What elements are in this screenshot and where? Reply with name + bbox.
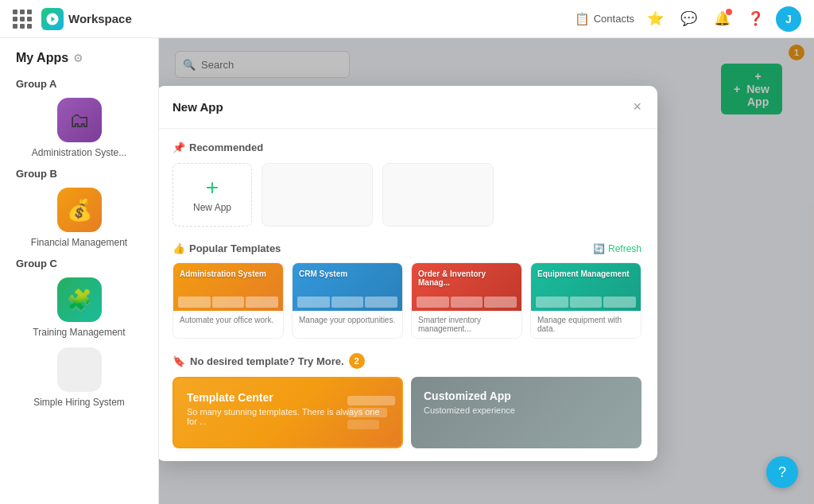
refresh-button[interactable]: 🔄 Refresh [593,243,642,254]
template-footer-equip: Manage equipment with data. [531,311,641,338]
refresh-icon: 🔄 [593,243,605,254]
template-footer-crm: Manage your opportunities. [293,311,402,329]
try-more-section: 🔖 No desired template? Try More. 2 Templ… [172,353,642,448]
topnav-right: 📋 Contacts ⭐ 💬 🔔 ❓ J [575,6,801,32]
templates-grid: Administration System Automate your offi… [172,262,642,339]
template-header-order: Order & Inventory Manag... [412,263,521,311]
template-header-equip: Equipment Management [531,263,641,311]
my-apps-header: My Apps ⚙ [16,51,142,65]
modal-header: New App × [159,86,657,129]
logo[interactable]: Workspace [41,8,132,30]
refresh-label: Refresh [608,243,642,254]
template-center-card[interactable]: Template Center So many stunning templat… [172,377,403,448]
template-name-crm: CRM System [299,269,347,278]
app-icon-training: 🧩 [57,277,102,322]
template-name-order: Order & Inventory Manag... [418,269,515,287]
popular-icon: 👍 [172,242,185,254]
content-area: 🔍 + + New App 1 New App × [159,38,814,504]
main-content: My Apps ⚙ Group A 🗂 Administration Syste… [0,38,814,504]
new-app-card-label: New App [193,202,231,213]
new-app-card[interactable]: + New App [172,163,252,227]
template-desc-order: Smarter inventory management... [418,316,481,333]
try-more-heading: 🔖 No desired template? Try More. 2 [172,353,642,369]
chat-button[interactable]: 💬 [676,6,701,32]
app-icon-hiring [57,347,102,392]
customized-app-title: Customized App [424,390,629,402]
popular-templates-heading: 👍 Popular Templates [172,242,281,254]
recommended-label: Recommended [189,142,263,153]
help-fab[interactable]: ? [766,456,798,488]
group-a-label: Group A [16,78,142,90]
template-header-crm: CRM System [293,263,402,311]
topnav: Workspace 📋 Contacts ⭐ 💬 🔔 ❓ J [0,0,814,38]
template-card-admin[interactable]: Administration System Automate your offi… [172,262,284,339]
try-more-label: No desired template? Try More. [190,355,344,367]
workspace-title: Workspace [68,12,132,25]
app-item-admin[interactable]: 🗂 Administration Syste... [16,98,142,158]
contacts-label: Contacts [594,13,634,25]
contacts-icon: 📋 [575,12,590,26]
recommended-icon: 📌 [172,142,185,153]
template-deco-order [417,297,517,308]
app-label-training: Training Management [33,327,125,338]
group-b-label: Group B [16,168,142,180]
recommended-heading: 📌 Recommended [172,142,642,153]
try-more-icon: 🔖 [172,355,185,367]
template-name-admin: Administration System [180,269,266,278]
recommended-row: + New App [172,163,642,227]
template-footer-order: Smarter inventory management... [412,311,521,338]
app-label-finance: Financial Management [31,237,127,248]
modal-title: New App [172,100,223,114]
logo-icon [41,8,64,30]
modal-overlay: New App × 📌 Recommended + New App [159,38,814,504]
help-button-nav[interactable]: ❓ [742,6,768,32]
notification-dot [726,9,732,15]
recommended-placeholder-1 [262,163,373,227]
my-apps-title: My Apps [16,51,68,65]
template-footer-admin: Automate your office work. [173,311,283,329]
new-app-modal: New App × 📌 Recommended + New App [159,86,657,461]
app-item-finance[interactable]: 💰 Financial Management [16,188,142,248]
template-deco-admin [178,297,278,308]
template-card-crm[interactable]: CRM System Manage your opportunities. [292,262,403,339]
template-desc-admin: Automate your office work. [180,316,273,324]
help-fab-icon: ? [778,464,786,481]
contacts-button[interactable]: 📋 Contacts [575,12,634,26]
template-name-equip: Equipment Management [537,269,630,278]
template-header-admin: Administration System [173,263,283,311]
app-item-training[interactable]: 🧩 Training Management [16,277,142,338]
new-app-card-plus: + [206,176,219,199]
template-deco-equip [536,297,636,308]
popular-label: Popular Templates [189,242,281,254]
template-card-order[interactable]: Order & Inventory Manag... Smarter inven… [411,262,522,339]
app-icon-admin: 🗂 [57,98,102,142]
star-button[interactable]: ⭐ [642,6,668,32]
template-desc-equip: Manage equipment with data. [537,316,622,333]
app-icon-finance: 💰 [57,188,102,232]
left-panel: My Apps ⚙ Group A 🗂 Administration Syste… [0,38,159,504]
template-deco-crm [297,297,397,308]
settings-icon[interactable]: ⚙ [73,52,83,64]
customized-app-card[interactable]: Customized App Customized experience [411,377,642,448]
app-label-hiring: Simple Hiring System [33,397,125,408]
notifications-button[interactable]: 🔔 [709,6,735,32]
grid-menu-icon[interactable] [13,10,32,29]
templates-section-header: 👍 Popular Templates 🔄 Refresh [172,242,642,254]
avatar[interactable]: J [776,6,801,32]
recommended-placeholder-2 [382,163,494,227]
app-item-hiring[interactable]: Simple Hiring System [16,347,142,408]
try-more-cards: Template Center So many stunning templat… [172,377,642,448]
app-label-admin: Administration Syste... [32,147,126,158]
group-c-label: Group C [16,258,142,269]
modal-body: 📌 Recommended + New App [159,129,657,461]
customized-app-desc: Customized experience [424,405,629,415]
template-card-equip[interactable]: Equipment Management Manage equipment wi… [530,262,642,339]
try-more-badge: 2 [349,353,365,369]
modal-close-button[interactable]: × [633,99,642,115]
template-desc-crm: Manage your opportunities. [299,316,395,324]
